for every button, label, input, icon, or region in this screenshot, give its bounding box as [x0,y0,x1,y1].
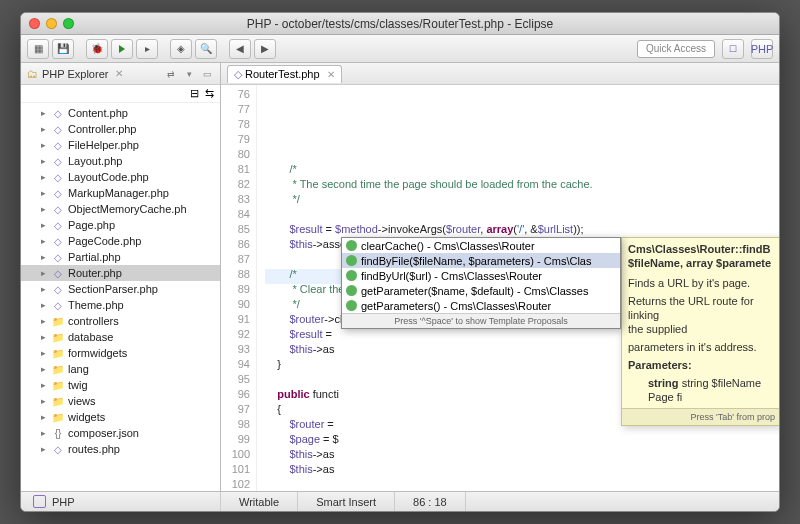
tree-arrow-icon[interactable]: ▸ [39,316,48,326]
tree-arrow-icon[interactable]: ▸ [39,220,48,230]
tree-item-controllers[interactable]: ▸📁controllers [21,313,220,329]
doc-signature: Cms\Classes\Router::findB [628,243,770,255]
search-button[interactable]: 🔍 [195,39,217,59]
view-menu-icon[interactable]: ▾ [182,67,196,81]
tree-arrow-icon[interactable]: ▸ [39,140,48,150]
zoom-icon[interactable] [63,18,74,29]
code-line[interactable]: */ [265,192,779,207]
debug-button[interactable]: 🐞 [86,39,108,59]
tree-item-page-php[interactable]: ▸◇Page.php [21,217,220,233]
folder-icon: 📁 [51,395,65,407]
tree-arrow-icon[interactable]: ▸ [39,332,48,342]
tree-arrow-icon[interactable]: ▸ [39,236,48,246]
collapse-all-icon[interactable]: ⊟ [190,87,199,100]
content-assist-popup[interactable]: clearCache() - Cms\Classes\RouterfindByF… [341,237,621,329]
status-perspective[interactable]: PHP [21,492,221,511]
tree-arrow-icon[interactable]: ▸ [39,380,48,390]
close-tab-icon[interactable]: ✕ [327,69,335,80]
tree-item-label: SectionParser.php [68,283,158,295]
php-perspective-button[interactable]: PHP [751,39,773,59]
tree-item-pagecode-php[interactable]: ▸◇PageCode.php [21,233,220,249]
close-icon[interactable] [29,18,40,29]
code-editor[interactable]: 76 77 78 79 80 81 82 83 84 85 86 87 88 8… [221,85,779,491]
tree-item-widgets[interactable]: ▸📁widgets [21,409,220,425]
completion-item[interactable]: getParameter($name, $default) - Cms\Clas… [342,283,620,298]
method-icon [346,255,357,266]
completion-item[interactable]: findByFile($fileName, $parameters) - Cms… [342,253,620,268]
perspective-label: PHP [751,43,774,55]
tree-item-sectionparser-php[interactable]: ▸◇SectionParser.php [21,281,220,297]
doc-params-label: Parameters: [628,359,692,371]
quick-access-field[interactable]: Quick Access [637,40,715,58]
tree-item-theme-php[interactable]: ▸◇Theme.php [21,297,220,313]
tree-arrow-icon[interactable]: ▸ [39,396,48,406]
tree-item-composer-json[interactable]: ▸{}composer.json [21,425,220,441]
save-button[interactable]: 💾 [52,39,74,59]
tree-arrow-icon[interactable]: ▸ [39,156,48,166]
tree-arrow-icon[interactable]: ▸ [39,252,48,262]
tree-item-layoutcode-php[interactable]: ▸◇LayoutCode.php [21,169,220,185]
tree-item-router-php[interactable]: ▸◇Router.php [21,265,220,281]
run-button[interactable] [111,39,133,59]
tree-item-formwidgets[interactable]: ▸📁formwidgets [21,345,220,361]
tree-item-partial-php[interactable]: ▸◇Partial.php [21,249,220,265]
editor-tab-routertest[interactable]: ◇ RouterTest.php ✕ [227,65,342,83]
new-class-button[interactable]: ◈ [170,39,192,59]
tree-item-views[interactable]: ▸📁views [21,393,220,409]
tree-arrow-icon[interactable]: ▸ [39,172,48,182]
tree-arrow-icon[interactable]: ▸ [39,188,48,198]
tree-arrow-icon[interactable]: ▸ [39,268,48,278]
nav-fwd-button[interactable]: ▶ [254,39,276,59]
tree-arrow-icon[interactable]: ▸ [39,108,48,118]
tree-item-label: ObjectMemoryCache.ph [68,203,187,215]
code-line[interactable] [265,207,779,222]
doc-desc-1: Finds a URL by it's page. [628,276,773,290]
tree-arrow-icon[interactable]: ▸ [39,348,48,358]
tree-item-label: Router.php [68,267,122,279]
tree-arrow-icon[interactable]: ▸ [39,428,48,438]
tree-item-content-php[interactable]: ▸◇Content.php [21,105,220,121]
code-line[interactable]: $this->as [265,447,779,462]
php-explorer-tab[interactable]: 🗂 PHP Explorer ✕ ⇄ ▾ ▭ [21,63,220,85]
tree-item-filehelper-php[interactable]: ▸◇FileHelper.php [21,137,220,153]
link-with-editor-icon[interactable]: ⇆ [205,87,214,100]
tree-item-layout-php[interactable]: ▸◇Layout.php [21,153,220,169]
completion-item[interactable]: getParameters() - Cms\Classes\Router [342,298,620,313]
tree-item-controller-php[interactable]: ▸◇Controller.php [21,121,220,137]
close-view-icon[interactable]: ✕ [115,68,123,79]
php-file-icon: ◇ [51,219,65,231]
code-line[interactable] [265,477,779,491]
main-toolbar: ▦ 💾 🐞 ▸ ◈ 🔍 ◀ ▶ Quick Access ☐ PHP [21,35,779,63]
tree-item-database[interactable]: ▸📁database [21,329,220,345]
tree-arrow-icon[interactable]: ▸ [39,412,48,422]
tree-item-twig[interactable]: ▸📁twig [21,377,220,393]
code-line[interactable]: $result = $method->invokeArgs($router, a… [265,222,779,237]
code-line[interactable]: * The second time the page should be loa… [265,177,779,192]
tree-arrow-icon[interactable]: ▸ [39,124,48,134]
tree-arrow-icon[interactable]: ▸ [39,284,48,294]
completion-item[interactable]: findByUrl($url) - Cms\Classes\Router [342,268,620,283]
php-explorer-view: 🗂 PHP Explorer ✕ ⇄ ▾ ▭ ⊟ ⇆ ▸◇Content.php… [21,63,221,491]
titlebar[interactable]: PHP - october/tests/cms/classes/RouterTe… [21,13,779,35]
minimize-view-icon[interactable]: ▭ [200,67,214,81]
code-line[interactable]: $page = $ [265,432,779,447]
link-editor-icon[interactable]: ⇄ [164,67,178,81]
tree-arrow-icon[interactable]: ▸ [39,364,48,374]
nav-back-button[interactable]: ◀ [229,39,251,59]
tree-arrow-icon[interactable]: ▸ [39,204,48,214]
tree-arrow-icon[interactable]: ▸ [39,444,48,454]
minimize-icon[interactable] [46,18,57,29]
completion-item[interactable]: clearCache() - Cms\Classes\Router [342,238,620,253]
tree-item-routes-php[interactable]: ▸◇routes.php [21,441,220,457]
tree-item-label: LayoutCode.php [68,171,149,183]
external-tools-button[interactable]: ▸ [136,39,158,59]
open-perspective-button[interactable]: ☐ [722,39,744,59]
tree-item-markupmanager-php[interactable]: ▸◇MarkupManager.php [21,185,220,201]
file-tree[interactable]: ▸◇Content.php▸◇Controller.php▸◇FileHelpe… [21,103,220,491]
new-button[interactable]: ▦ [27,39,49,59]
tree-item-objectmemorycache-ph[interactable]: ▸◇ObjectMemoryCache.ph [21,201,220,217]
tree-item-lang[interactable]: ▸📁lang [21,361,220,377]
code-line[interactable]: $this->as [265,462,779,477]
tree-arrow-icon[interactable]: ▸ [39,300,48,310]
code-line[interactable]: /* [265,162,779,177]
